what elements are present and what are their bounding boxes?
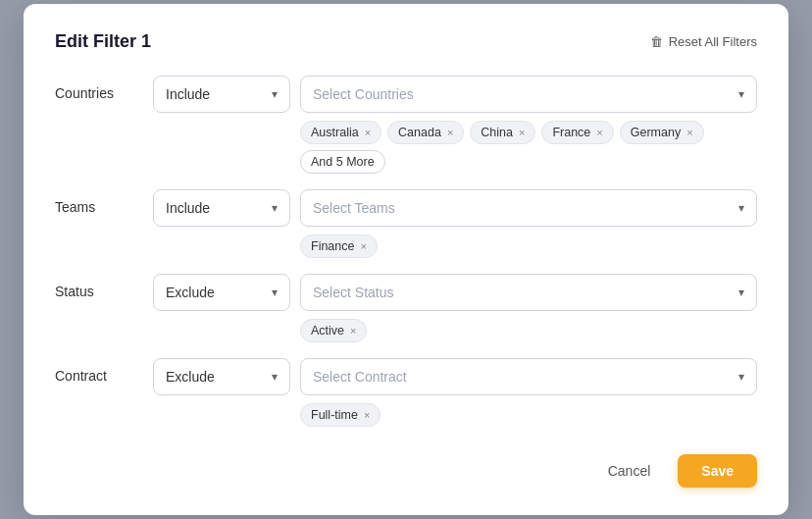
countries-top: Include ▾ Select Countries ▾ <box>153 76 757 113</box>
status-dropdown[interactable]: Select Status ▾ <box>300 274 757 311</box>
contract-include-select[interactable]: Exclude ▾ <box>153 358 290 395</box>
countries-placeholder: Select Countries <box>313 86 414 102</box>
tag-canada: Canada × <box>387 121 464 144</box>
countries-chevron-icon: ▾ <box>272 87 278 101</box>
countries-dropdown-chevron-icon: ▾ <box>738 87 744 101</box>
countries-tags: Australia × Canada × China × France × Ge… <box>300 121 757 174</box>
remove-germany-button[interactable]: × <box>686 127 692 138</box>
contract-dropdown[interactable]: Select Contract ▾ <box>300 358 757 395</box>
status-placeholder: Select Status <box>313 285 394 300</box>
teams-filter-row: Teams Include ▾ Select Teams ▾ Finance × <box>55 189 757 258</box>
modal-header: Edit Filter 1 🗑 Reset All Filters <box>55 31 757 52</box>
teams-dropdown-chevron-icon: ▾ <box>738 201 744 215</box>
tag-active: Active × <box>300 319 367 342</box>
contract-chevron-icon: ▾ <box>272 370 278 384</box>
tag-australia: Australia × <box>300 121 381 144</box>
countries-controls: Include ▾ Select Countries ▾ Australia ×… <box>153 76 757 174</box>
contract-placeholder: Select Contract <box>313 369 407 385</box>
teams-include-value: Include <box>166 200 210 216</box>
cancel-button[interactable]: Cancel <box>592 455 667 487</box>
save-button[interactable]: Save <box>678 454 757 488</box>
status-label: Status <box>55 274 153 299</box>
countries-dropdown[interactable]: Select Countries ▾ <box>300 76 757 113</box>
status-chevron-icon: ▾ <box>272 285 278 299</box>
contract-label: Contract <box>55 358 153 384</box>
modal-footer: Cancel Save <box>55 446 757 488</box>
countries-filter-row: Countries Include ▾ Select Countries ▾ A… <box>55 76 757 174</box>
status-include-value: Exclude <box>166 285 215 300</box>
tag-france: France × <box>541 121 613 144</box>
reset-label: Reset All Filters <box>669 34 757 49</box>
remove-fulltime-button[interactable]: × <box>364 409 370 421</box>
remove-australia-button[interactable]: × <box>365 127 371 138</box>
more-countries-label: And 5 More <box>311 155 375 169</box>
status-filter-row: Status Exclude ▾ Select Status ▾ Active … <box>55 274 757 342</box>
countries-include-select[interactable]: Include ▾ <box>153 76 290 113</box>
teams-tags: Finance × <box>300 234 757 258</box>
status-dropdown-chevron-icon: ▾ <box>738 285 744 299</box>
status-top: Exclude ▾ Select Status ▾ <box>153 274 757 311</box>
teams-controls: Include ▾ Select Teams ▾ Finance × <box>153 189 757 258</box>
teams-dropdown[interactable]: Select Teams ▾ <box>300 189 757 227</box>
contract-controls: Exclude ▾ Select Contract ▾ Full-time × <box>153 358 757 427</box>
contract-top: Exclude ▾ Select Contract ▾ <box>153 358 757 395</box>
modal-title: Edit Filter 1 <box>55 31 151 52</box>
countries-include-value: Include <box>166 86 210 102</box>
status-include-select[interactable]: Exclude ▾ <box>153 274 290 311</box>
status-controls: Exclude ▾ Select Status ▾ Active × <box>153 274 757 342</box>
teams-chevron-icon: ▾ <box>272 201 278 215</box>
contract-dropdown-chevron-icon: ▾ <box>738 370 744 384</box>
tag-china: China × <box>470 121 535 144</box>
contract-include-value: Exclude <box>166 369 215 385</box>
teams-label: Teams <box>55 189 153 215</box>
reset-filters-button[interactable]: 🗑 Reset All Filters <box>650 34 757 49</box>
edit-filter-modal: Edit Filter 1 🗑 Reset All Filters Countr… <box>24 4 788 515</box>
tag-fulltime: Full-time × <box>300 403 381 427</box>
tag-germany: Germany × <box>620 121 704 144</box>
remove-canada-button[interactable]: × <box>447 127 453 138</box>
countries-label: Countries <box>55 76 153 101</box>
tag-finance: Finance × <box>300 234 378 258</box>
remove-finance-button[interactable]: × <box>360 240 366 252</box>
contract-filter-row: Contract Exclude ▾ Select Contract ▾ Ful… <box>55 358 757 427</box>
teams-placeholder: Select Teams <box>313 200 395 216</box>
remove-france-button[interactable]: × <box>596 127 602 138</box>
contract-tags: Full-time × <box>300 403 757 427</box>
tag-more-countries[interactable]: And 5 More <box>300 150 385 174</box>
remove-china-button[interactable]: × <box>519 127 525 138</box>
remove-active-button[interactable]: × <box>350 325 356 337</box>
teams-include-select[interactable]: Include ▾ <box>153 189 290 227</box>
trash-icon: 🗑 <box>650 34 663 49</box>
status-tags: Active × <box>300 319 757 342</box>
teams-top: Include ▾ Select Teams ▾ <box>153 189 757 227</box>
